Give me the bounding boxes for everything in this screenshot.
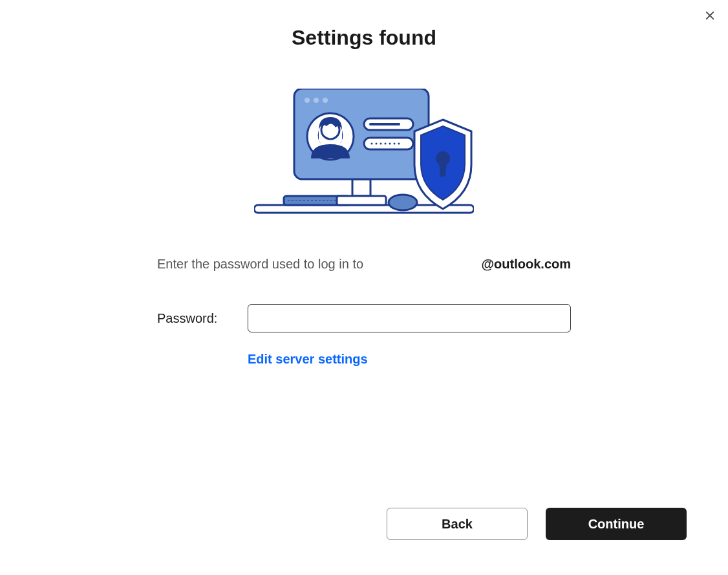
svg-point-17 <box>371 143 373 145</box>
illustration <box>254 89 474 218</box>
close-button[interactable] <box>702 8 718 23</box>
svg-point-18 <box>376 143 378 145</box>
instruction-text: Enter the password used to log in to @ou… <box>157 257 571 272</box>
password-input[interactable] <box>248 304 571 332</box>
settings-dialog: Settings found <box>0 0 728 393</box>
svg-point-23 <box>398 143 400 145</box>
svg-rect-6 <box>352 179 370 196</box>
svg-point-21 <box>389 143 391 145</box>
email-domain: @outlook.com <box>482 257 571 272</box>
instruction-prefix: Enter the password used to log in to <box>157 257 363 271</box>
continue-button[interactable]: Continue <box>546 508 687 540</box>
svg-point-20 <box>385 143 387 145</box>
password-row: Password: <box>157 304 571 332</box>
computer-shield-icon <box>254 89 474 218</box>
page-title: Settings found <box>292 26 436 50</box>
svg-point-9 <box>305 98 310 103</box>
edit-server-settings-link[interactable]: Edit server settings <box>248 352 368 367</box>
back-button[interactable]: Back <box>387 508 528 540</box>
edit-link-row: Edit server settings <box>157 352 571 367</box>
close-icon <box>704 10 716 21</box>
svg-point-22 <box>394 143 396 145</box>
svg-point-11 <box>323 98 328 103</box>
svg-point-10 <box>314 98 319 103</box>
button-row: Back Continue <box>387 508 687 540</box>
svg-rect-7 <box>337 196 386 205</box>
password-label: Password: <box>157 311 248 326</box>
svg-point-5 <box>389 195 417 210</box>
svg-point-19 <box>380 143 382 145</box>
